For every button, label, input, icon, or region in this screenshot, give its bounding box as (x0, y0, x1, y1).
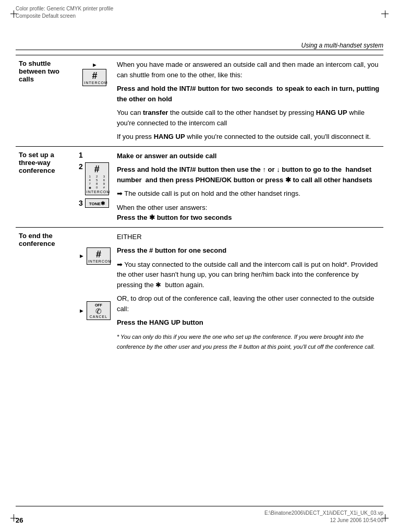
endconf-intercom-label: INTERCOM (88, 259, 109, 263)
endconf-hash-row: ► # INTERCOM (79, 247, 111, 265)
endconf-para-4: Press the HANG UP button (117, 317, 380, 328)
intercom-label2: INTERCOM (87, 190, 107, 194)
intercom-label: INTERCOM (84, 81, 105, 85)
threeway-icon-col: 1 2 # 123 456 789 ✱0# (76, 146, 114, 227)
section-shuttle: To shuttle between two calls ► # INTERCO… (16, 55, 383, 147)
page-number: 26 (16, 516, 23, 524)
endconf-icons: ► # INTERCOM ► OFF ✆ CANCEL (79, 232, 111, 320)
step3-number: 3 (79, 199, 83, 207)
endconf-para-1: Press the # button for one second (117, 245, 380, 256)
threeway-steps-icons: 1 2 # 123 456 789 ✱0# (79, 151, 111, 208)
threeway-para-1: Make or answer an outside call (117, 151, 380, 161)
section-end-conference: To end the conference ► # INTERCOM ► (16, 227, 383, 356)
endconf-hash-symbol: # (88, 250, 109, 259)
keypad-hash-symbol: # (87, 164, 107, 174)
step1-row: 1 (79, 151, 83, 159)
shuttle-btn-box: ► # INTERCOM (82, 62, 106, 86)
shuttle-text: When you have made or answered an outsid… (114, 55, 383, 147)
endconf-cancel-arrow-icon: ► (79, 308, 84, 314)
shuttle-para-2: Press and hold the INT/# button for two … (117, 84, 380, 104)
page-meta: Color profile: Generic CMYK printer prof… (16, 5, 113, 20)
endconf-arrow-icon: ► (79, 253, 84, 259)
endconf-footnote: * You can only do this if you were the o… (117, 332, 380, 352)
step2-number: 2 (79, 162, 83, 171)
threeway-para-2: Press and hold the INT/# button then use… (117, 164, 380, 185)
endconf-para-3: OR, to drop out of the conference call, … (117, 293, 380, 314)
tone-star-button: TONE✱ (85, 198, 109, 208)
instruction-table: To shuttle between two calls ► # INTERCO… (16, 55, 383, 356)
shuttle-label: To shuttle between two calls (16, 55, 76, 147)
threeway-para-3: ➡ The outside call is put on hold and th… (117, 188, 380, 199)
endconf-either: EITHER (117, 232, 380, 242)
shuttle-para-3: You can transfer the outside call to the… (117, 108, 380, 128)
endconf-icon-col: ► # INTERCOM ► OFF ✆ CANCEL (76, 227, 114, 356)
shuttle-para-4: If you press HANG UP while you're connec… (117, 132, 380, 142)
shuttle-icon-col: ► # INTERCOM (76, 55, 114, 147)
step2-row: 2 # 123 456 789 ✱0# INTERCOM (79, 162, 109, 195)
header-rule (16, 50, 383, 50)
page-footer: 26 E:\Binatone2006\iDECT_X1i\iDECT_X1i_U… (16, 506, 383, 524)
hash-symbol: # (84, 71, 105, 80)
endconf-text: EITHER Press the # button for one second… (114, 227, 383, 356)
step1-number: 1 (79, 151, 83, 159)
keypad-grid: 123 456 789 ✱0# (87, 175, 107, 190)
step3-row: 3 TONE✱ (79, 198, 109, 208)
page-title: Using a multi-handset system (301, 42, 383, 49)
hangup-cancel-button: OFF ✆ CANCEL (87, 301, 111, 320)
section-three-way: To set up a three-way conference 1 2 # 1 (16, 146, 383, 227)
cancel-label: CANCEL (88, 315, 109, 318)
threeway-para-4: When the other user answers:Press the ✱ … (117, 203, 380, 223)
endconf-cancel-row: ► OFF ✆ CANCEL (79, 301, 111, 320)
footer-content: 26 E:\Binatone2006\iDECT_X1i\iDECT_X1i_U… (16, 510, 383, 524)
phone-icon: ✆ (88, 308, 109, 315)
endconf-para-2: ➡ You stay connected to the outside call… (117, 259, 380, 290)
crop-mark-tr (378, 10, 389, 21)
keypad-hash-button: # 123 456 789 ✱0# INTERCOM (85, 162, 109, 195)
footer-rule (16, 506, 383, 506)
tone-label: TONE (89, 202, 101, 206)
endconf-hash-button: # INTERCOM (87, 247, 111, 265)
main-content: To shuttle between two calls ► # INTERCO… (16, 55, 383, 501)
endconf-label: To end the conference (16, 227, 76, 356)
intercom-hash-button: # INTERCOM (82, 69, 106, 86)
shuttle-arrow-icon: ► (92, 62, 98, 68)
footer-file: E:\Binatone2006\iDECT_X1i\iDECT_X1i_UK_0… (264, 510, 383, 524)
shuttle-para-1: When you have made or answered an outsid… (117, 60, 380, 80)
threeway-label: To set up a three-way conference (16, 146, 76, 227)
threeway-text: Make or answer an outside call Press and… (114, 146, 383, 227)
